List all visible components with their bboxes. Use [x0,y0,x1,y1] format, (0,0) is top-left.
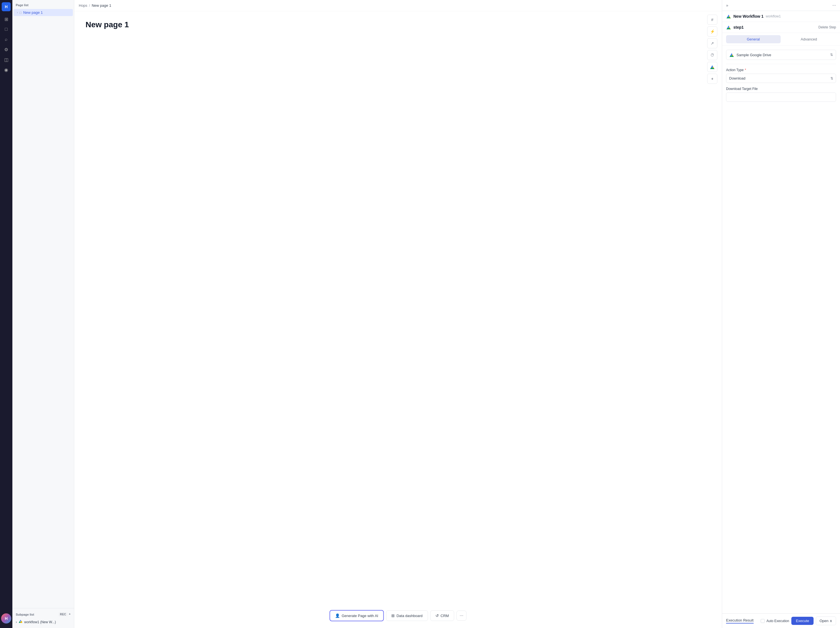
breadcrumb-separator: / [89,3,90,8]
bottom-toolbar: 👤 Generate Page with AI ⊞ Data dashboard… [329,610,466,621]
crm-button[interactable]: ↺ CRM [430,610,454,621]
auto-execution-label: Auto Execution [766,619,789,623]
lightning-button[interactable]: ⚡ [707,27,717,36]
page-title: New page 1 [85,20,711,29]
download-target-input[interactable] [726,93,836,102]
user-avatar[interactable]: H [1,613,11,623]
delete-step-button[interactable]: Delete Step [818,25,836,29]
data-dashboard-button[interactable]: ⊞ Data dashboard [386,610,428,621]
gdrive-subpage-icon [19,620,22,624]
document-icon[interactable]: □ [2,25,11,34]
drive-selector-label: Sample Google Drive [736,53,771,57]
panel-expand-icon[interactable]: » [726,3,728,8]
required-marker: * [745,68,746,72]
drive-chevron-icon: ⇅ [830,53,833,57]
drive-selector[interactable]: Sample Google Drive ⇅ [726,50,836,60]
data-dashboard-label: Data dashboard [396,614,423,618]
left-icon-bar: H ⊞ □ ⌕ ⚙ ◫ ◉ H [0,0,13,628]
execution-result-tab[interactable]: Execution Result [726,618,754,623]
generate-page-ai-button[interactable]: 👤 Generate Page with AI [329,610,384,621]
download-target-field: Download Target File [726,87,836,102]
app-logo[interactable]: H [2,2,11,11]
action-type-select[interactable]: Download Upload List Files Delete [726,74,836,83]
subpage-item-workflow1[interactable]: › wo [13,618,74,626]
share-button[interactable]: ↗ [707,38,717,48]
tab-advanced[interactable]: Advanced [782,35,836,43]
settings-icon[interactable]: ⚙ [2,45,11,54]
tab-general[interactable]: General [726,35,781,43]
sidebar: Page list › □ New page 1 Subpage list RE… [13,0,74,628]
add-subpage-icon[interactable]: + [69,612,71,617]
hash-icon: # [711,17,714,22]
right-panel: » ··· New Workflow 1 workflow1 step1 Del… [722,0,840,628]
lightning-icon: ⚡ [710,29,715,34]
home-icon[interactable]: ⊞ [2,15,11,24]
sidebar-item-new-page-1[interactable]: › □ New page 1 [14,9,73,16]
sidebar-item-label: New page 1 [23,10,43,15]
search-icon[interactable]: ⌕ [2,35,11,44]
more-options-button[interactable]: ··· [456,611,467,621]
workflow-name: New Workflow 1 [733,14,764,19]
breadcrumb: Hops / New page 1 [74,0,722,11]
auto-execution-checkbox[interactable] [761,619,764,623]
crm-icon: ↺ [436,613,439,618]
step-gdrive-icon [726,25,731,30]
action-type-label: Action Type * [726,68,836,72]
gdrive-toolbar-button[interactable] [707,62,717,72]
divider [726,64,836,64]
workflow-id: workflow1 [766,14,781,18]
page-icon: □ [19,11,21,15]
crm-label: CRM [441,614,449,618]
history-button[interactable]: ⏱ [707,50,717,60]
subpage-label: workflow1 (New W...) [24,620,56,624]
page-list-header: Page list [13,0,74,9]
dashboard-icon: ⊞ [391,613,395,618]
breadcrumb-current: New page 1 [92,3,111,8]
download-target-label: Download Target File [726,87,836,91]
gdrive-icon [710,65,715,69]
auto-execution: Auto Execution [761,619,789,623]
execute-button[interactable]: Execute [791,617,813,625]
rec-badge: REC [58,612,68,617]
breadcrumb-parent[interactable]: Hops [79,3,87,8]
subpage-actions: REC + [58,612,71,617]
chevron-right-icon: › [17,11,18,14]
more-icon: ··· [459,613,463,618]
page-canvas: New page 1 # ⚡ ↗ ⏱ [74,11,722,628]
main-content: Hops / New page 1 New page 1 # ⚡ ↗ ⏱ [74,0,722,628]
generate-page-ai-label: Generate Page with AI [341,614,378,618]
open-button[interactable]: Open ∧ [816,617,836,625]
step-label: step1 [733,25,744,30]
step-name: step1 [726,25,744,30]
chevron-right-icon: › [16,620,17,624]
subpage-list-header: Subpage list REC + [13,611,74,618]
database-icon[interactable]: ◫ [2,55,11,64]
panel-tabs: General Advanced [722,33,840,46]
action-type-field: Action Type * Download Upload List Files… [726,68,836,83]
step-header: step1 Delete Step [722,22,840,33]
footer-right: Auto Execution Execute Open ∧ [761,617,836,625]
action-type-select-wrapper: Download Upload List Files Delete ⇅ [726,74,836,83]
ai-icon: 👤 [335,613,340,618]
workflow-header: New Workflow 1 workflow1 [722,11,840,22]
panel-header: » ··· [722,0,840,11]
drive-selector-icon [729,52,734,57]
panel-header-left: » [726,3,728,8]
sidebar-bottom: Subpage list REC + › [13,608,74,628]
hash-button[interactable]: # [707,15,717,25]
plus-icon: + [711,77,714,81]
open-chevron-icon: ∧ [830,619,832,623]
panel-body: Sample Google Drive ⇅ Action Type * Down… [722,46,840,613]
puzzle-icon[interactable]: ◉ [2,65,11,74]
history-icon: ⏱ [710,53,714,57]
workflow-gdrive-icon [726,14,731,19]
share-icon: ↗ [711,41,714,46]
panel-footer: Execution Result Auto Execution Execute … [722,613,840,628]
panel-menu-icon[interactable]: ··· [832,3,836,8]
add-button[interactable]: + [707,74,717,84]
drive-selector-left: Sample Google Drive [729,52,771,57]
right-toolbar: # ⚡ ↗ ⏱ + [707,15,717,84]
